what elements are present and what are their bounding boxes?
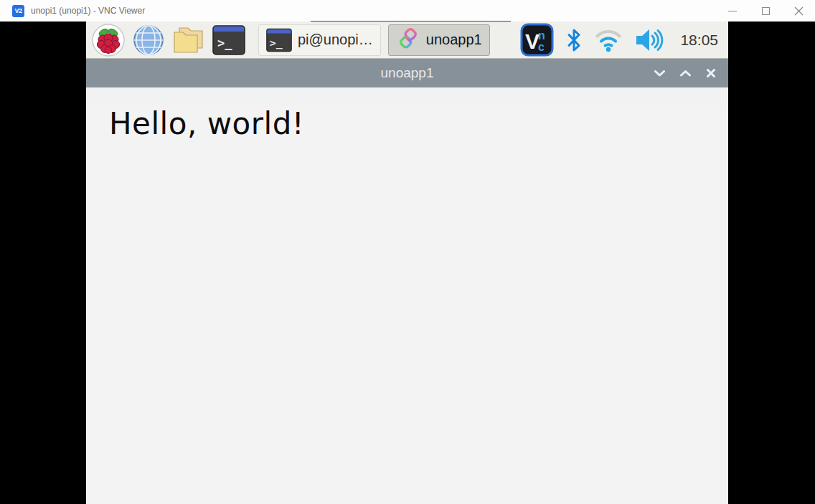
vnc-server-tray-button[interactable]: V n c xyxy=(520,23,554,57)
remote-desktop-screen: >_ >_ pi@unopi… xyxy=(86,22,728,502)
svg-text:>_: >_ xyxy=(217,36,232,50)
folder-icon xyxy=(172,26,205,54)
svg-text:n: n xyxy=(538,29,545,42)
unoapp1-minimize-button[interactable] xyxy=(652,66,666,80)
terminal-icon: >_ xyxy=(212,25,245,55)
svg-text:c: c xyxy=(538,41,545,53)
uno-platform-icon xyxy=(396,28,420,52)
close-button[interactable] xyxy=(782,0,815,22)
vnc-icon: V n c xyxy=(520,23,554,57)
minimize-icon xyxy=(728,11,737,11)
terminal-launcher-button[interactable]: >_ xyxy=(211,23,247,57)
vnc-viewer-logo-icon: V2 xyxy=(12,5,24,17)
unoapp1-titlebar[interactable]: unoapp1 xyxy=(86,59,728,87)
unoapp1-close-button[interactable] xyxy=(704,66,718,80)
close-icon xyxy=(707,69,715,77)
wifi-icon xyxy=(594,27,623,52)
unoapp1-window-controls xyxy=(652,59,718,87)
web-browser-button[interactable] xyxy=(131,23,166,57)
hello-world-text: Hello, world! xyxy=(109,106,728,141)
vnc-viewer-window: { "vnc_viewer": { "window_title": "unopi… xyxy=(0,0,815,504)
window-controls xyxy=(716,0,815,22)
svg-text:>_: >_ xyxy=(270,36,283,49)
minimize-button[interactable] xyxy=(716,0,749,22)
unoapp1-window: unoapp1 Hel xyxy=(86,59,728,504)
raspberry-icon xyxy=(92,24,125,57)
volume-icon xyxy=(634,28,664,52)
close-icon xyxy=(794,6,804,16)
unoapp1-content: Hello, world! xyxy=(86,106,728,504)
task-button-unoapp1[interactable]: unoapp1 xyxy=(388,24,490,56)
maximize-button[interactable] xyxy=(749,0,782,22)
volume-tray-button[interactable] xyxy=(634,28,664,52)
file-manager-button[interactable] xyxy=(171,23,207,57)
unoapp1-window-title: unoapp1 xyxy=(381,65,434,81)
chevron-down-icon xyxy=(654,70,665,77)
wifi-tray-button[interactable] xyxy=(594,27,623,52)
pi-taskbar: >_ >_ pi@unopi… xyxy=(86,22,728,59)
bluetooth-icon xyxy=(565,27,583,53)
svg-text:V: V xyxy=(525,29,540,53)
bluetooth-tray-button[interactable] xyxy=(565,27,583,53)
taskbar-clock[interactable]: 18:05 xyxy=(680,32,718,49)
task-label: pi@unopi… xyxy=(298,32,373,48)
maximize-icon xyxy=(762,7,770,15)
task-button-terminal[interactable]: >_ pi@unopi… xyxy=(258,24,381,56)
globe-icon xyxy=(133,24,164,56)
chevron-up-icon xyxy=(680,70,691,77)
vnc-viewer-titlebar[interactable]: V2 unopi1 (unopi1) - VNC Viewer xyxy=(0,0,815,22)
system-tray: V n c xyxy=(520,23,718,57)
terminal-icon: >_ xyxy=(266,28,292,52)
unoapp1-maximize-button[interactable] xyxy=(678,66,692,80)
task-label: unoapp1 xyxy=(426,32,482,48)
menu-button[interactable] xyxy=(90,23,126,57)
vnc-viewer-window-title: unopi1 (unopi1) - VNC Viewer xyxy=(31,6,145,16)
